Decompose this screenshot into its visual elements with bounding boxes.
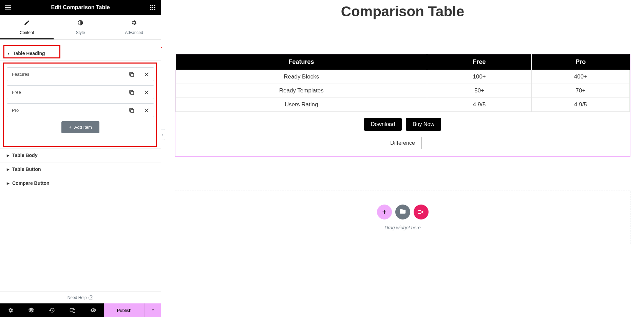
tab-advanced[interactable]: Advanced (107, 15, 161, 39)
publish-options-button[interactable] (145, 303, 161, 317)
chevron-up-icon (151, 307, 155, 313)
table-cell: 70+ (531, 84, 629, 98)
chevron-left-icon: ‹ (162, 133, 163, 137)
svg-rect-6 (150, 7, 152, 8)
table-header-cell: Features (176, 54, 427, 70)
section-label: Table Heading (13, 51, 45, 56)
comparison-table: Features Free Pro Ready Blocks 100+ 400+… (175, 54, 630, 112)
gear-icon (107, 20, 161, 28)
history-icon[interactable] (41, 303, 62, 317)
table-cell: Ready Templates (176, 84, 427, 98)
section-table-heading[interactable]: ▼ Table Heading (0, 47, 161, 60)
folder-icon (399, 208, 406, 216)
svg-rect-10 (152, 9, 153, 10)
download-button[interactable]: Download (364, 118, 402, 131)
add-section-button[interactable]: + (377, 205, 392, 219)
table-header-cell: Pro (531, 54, 629, 70)
table-header-cell: Free (427, 54, 531, 70)
table-cell: Ready Blocks (176, 70, 427, 84)
svg-rect-8 (154, 7, 155, 8)
svg-rect-19 (131, 109, 134, 112)
add-item-button[interactable]: + Add Item (61, 121, 99, 133)
table-row: Ready Templates 50+ 70+ (176, 84, 630, 98)
section-label: Table Body (12, 153, 37, 158)
heading-item[interactable]: Features (7, 67, 154, 81)
section-compare-button[interactable]: ▶ Compare Button (0, 176, 161, 190)
section-table-body[interactable]: ▶ Table Body (0, 148, 161, 162)
buy-now-button[interactable]: Buy Now (406, 118, 441, 131)
caret-right-icon: ▶ (7, 181, 10, 185)
heading-item-label[interactable]: Features (7, 68, 124, 81)
table-cell: 100+ (427, 70, 531, 84)
heading-item[interactable]: Free (7, 85, 154, 99)
plus-icon: + (69, 125, 72, 130)
section-label: Compare Button (12, 180, 50, 186)
widget-dropzone[interactable]: + Ξ< Drag widget here (175, 191, 630, 244)
tab-label: Advanced (125, 30, 143, 35)
publish-label: Publish (117, 308, 132, 313)
table-row: Ready Blocks 100+ 400+ (176, 70, 630, 84)
dropzone-icons: + Ξ< (189, 205, 617, 219)
publish-button[interactable]: Publish (104, 303, 145, 317)
responsive-icon[interactable] (62, 303, 83, 317)
table-cell: 400+ (531, 70, 629, 84)
table-cell: 50+ (427, 84, 531, 98)
page-title: Comparison Table (168, 3, 637, 20)
dropzone-hint: Drag widget here (189, 225, 617, 230)
duplicate-icon[interactable] (124, 104, 139, 117)
table-buttons: Download Buy Now (175, 118, 630, 131)
pencil-icon (0, 20, 54, 28)
svg-rect-2 (5, 9, 11, 10)
svg-rect-9 (150, 9, 152, 10)
svg-rect-5 (154, 5, 155, 6)
sidebar-footer: Publish (0, 303, 161, 317)
editor-canvas: ‹ Comparison Table Features Free Pro Rea… (161, 0, 644, 317)
svg-rect-3 (150, 5, 152, 6)
table-cell: 4.9/5 (427, 98, 531, 112)
plus-icon: + (382, 208, 386, 216)
duplicate-icon[interactable] (124, 68, 139, 81)
elements-kit-button[interactable]: Ξ< (414, 205, 429, 219)
tab-content[interactable]: Content (0, 15, 54, 39)
svg-rect-4 (152, 5, 153, 6)
svg-rect-11 (154, 9, 155, 10)
heading-item-label[interactable]: Free (7, 86, 124, 99)
sidebar-title: Edit Comparison Table (12, 4, 149, 11)
editor-sidebar: Edit Comparison Table Content Style Adva… (0, 0, 161, 317)
comparison-table-widget[interactable]: Features Free Pro Ready Blocks 100+ 400+… (175, 54, 630, 157)
duplicate-icon[interactable] (124, 86, 139, 99)
heading-item-label[interactable]: Pro (7, 104, 124, 117)
svg-rect-0 (5, 5, 11, 6)
preview-icon[interactable] (83, 303, 104, 317)
annotation-arrow (161, 44, 168, 61)
need-help-link[interactable]: Need Help ? (0, 292, 161, 303)
footer-toolbar (0, 303, 104, 317)
svg-rect-16 (131, 91, 134, 94)
heading-item[interactable]: Pro (7, 103, 154, 117)
caret-down-icon: ▼ (7, 52, 10, 55)
need-help-label: Need Help (68, 295, 87, 300)
question-circle-icon: ? (89, 295, 93, 300)
svg-rect-23 (73, 310, 75, 313)
panel-body: ▼ Table Heading Features Free (0, 40, 161, 292)
compare-button[interactable]: Difference (384, 137, 421, 149)
section-content: Features Free Pro (0, 60, 161, 140)
close-icon[interactable] (139, 68, 154, 81)
table-header-row: Features Free Pro (176, 54, 630, 70)
collapse-sidebar-button[interactable]: ‹ (161, 129, 165, 140)
tab-label: Style (76, 30, 85, 35)
widgets-grid-icon[interactable] (149, 3, 157, 12)
table-cell: 4.9/5 (531, 98, 629, 112)
section-label: Table Button (12, 166, 41, 172)
section-table-button[interactable]: ▶ Table Button (0, 162, 161, 176)
contrast-icon (54, 20, 107, 28)
sidebar-header: Edit Comparison Table (0, 0, 161, 15)
hamburger-icon[interactable] (4, 3, 12, 12)
elementskit-icon: Ξ< (418, 209, 424, 215)
close-icon[interactable] (139, 86, 154, 99)
tab-style[interactable]: Style (54, 15, 107, 39)
navigator-icon[interactable] (21, 303, 41, 317)
settings-icon[interactable] (0, 303, 21, 317)
template-library-button[interactable] (395, 205, 410, 219)
close-icon[interactable] (139, 104, 154, 117)
